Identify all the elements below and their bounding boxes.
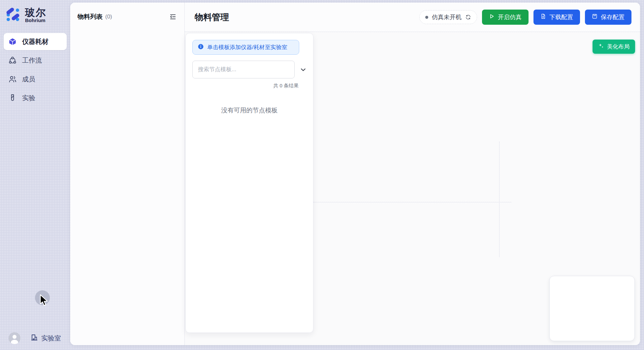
beautify-layout-label: 美化布局: [607, 43, 629, 50]
info-icon: [198, 44, 204, 51]
canvas-guide-line-vertical: [499, 142, 499, 257]
collapse-panel-icon[interactable]: [169, 13, 177, 21]
sidebar-item-members[interactable]: 成员: [4, 71, 67, 88]
download-config-button[interactable]: 下载配置: [533, 10, 580, 25]
refresh-status-icon[interactable]: [465, 14, 471, 20]
save-config-button[interactable]: 保存配置: [585, 10, 631, 25]
sidebar-item-label: 工作流: [22, 56, 42, 65]
sidebar-footer: 实验室: [9, 332, 61, 344]
lab-entry[interactable]: 实验室: [30, 334, 61, 343]
brand-name-zh: 玻尔: [25, 7, 46, 18]
play-icon: [489, 14, 495, 21]
brand-name: 玻尔 Bohrium: [25, 7, 46, 23]
main-header: 物料管理 仿真未开机: [185, 3, 640, 32]
workflow-icon: [8, 56, 17, 65]
simulation-status-pill[interactable]: 仿真未开机: [419, 10, 477, 24]
flow-canvas[interactable]: 单击模板添加仪器/耗材至实验室 共 0 条结果 没有可用的节点模板: [185, 32, 640, 345]
sparkles-icon: [598, 43, 604, 50]
lab-entry-label: 实验室: [41, 334, 61, 343]
info-banner-text: 单击模板添加仪器/耗材至实验室: [207, 44, 287, 51]
save-config-label: 保存配置: [601, 13, 625, 21]
mouse-cursor: [39, 294, 49, 308]
brand-name-en: Bohrium: [25, 17, 46, 23]
start-simulation-label: 开启仿真: [498, 13, 522, 21]
main-area: 物料管理 仿真未开机: [185, 3, 640, 345]
material-list-panel: 物料列表 (0): [70, 3, 185, 345]
beautify-layout-button[interactable]: 美化布局: [593, 40, 635, 54]
page-title: 物料管理: [195, 12, 419, 23]
chevron-down-icon[interactable]: [300, 66, 306, 73]
simulation-status-text: 仿真未开机: [432, 13, 462, 21]
file-download-icon: [540, 14, 546, 21]
save-icon: [592, 14, 597, 21]
brand-logo: 玻尔 Bohrium: [0, 0, 70, 24]
sidebar-nav: 仪器耗材 工作流 成员: [0, 33, 70, 106]
empty-templates-text: 没有可用的节点模板: [192, 106, 306, 115]
canvas-guide-line-horizontal: [313, 202, 511, 202]
sidebar-item-experiments[interactable]: 实验: [4, 89, 67, 106]
canvas-minimap[interactable]: [549, 276, 635, 341]
material-list-count: (0): [105, 14, 112, 20]
user-avatar[interactable]: [9, 332, 20, 344]
status-dot-icon: [425, 16, 428, 19]
test-tube-icon: [8, 94, 17, 102]
sidebar-item-instruments[interactable]: 仪器耗材: [4, 33, 67, 50]
cube-icon: [8, 37, 17, 46]
sidebar-item-label: 成员: [22, 75, 35, 84]
node-template-panel: 单击模板添加仪器/耗材至实验室 共 0 条结果 没有可用的节点模板: [185, 33, 313, 333]
sidebar-item-label: 实验: [22, 94, 35, 102]
info-banner: 单击模板添加仪器/耗材至实验室: [192, 40, 299, 55]
material-list-header: 物料列表 (0): [70, 3, 184, 21]
sidebar-item-label: 仪器耗材: [22, 37, 48, 46]
results-count: 共 0 条结果: [192, 83, 299, 89]
download-config-label: 下载配置: [549, 13, 573, 21]
material-list-title: 物料列表: [78, 13, 103, 21]
template-search-row: [192, 61, 306, 78]
start-simulation-button[interactable]: 开启仿真: [482, 10, 529, 25]
members-icon: [8, 75, 17, 83]
content-card: 物料列表 (0) 物料管理 仿真未开机: [70, 3, 640, 345]
template-search-input[interactable]: [192, 61, 295, 78]
header-actions: 仿真未开机: [419, 10, 631, 25]
building-icon: [30, 334, 38, 343]
sidebar-item-workflow[interactable]: 工作流: [4, 52, 67, 69]
bohrium-logo-icon: [5, 7, 21, 24]
